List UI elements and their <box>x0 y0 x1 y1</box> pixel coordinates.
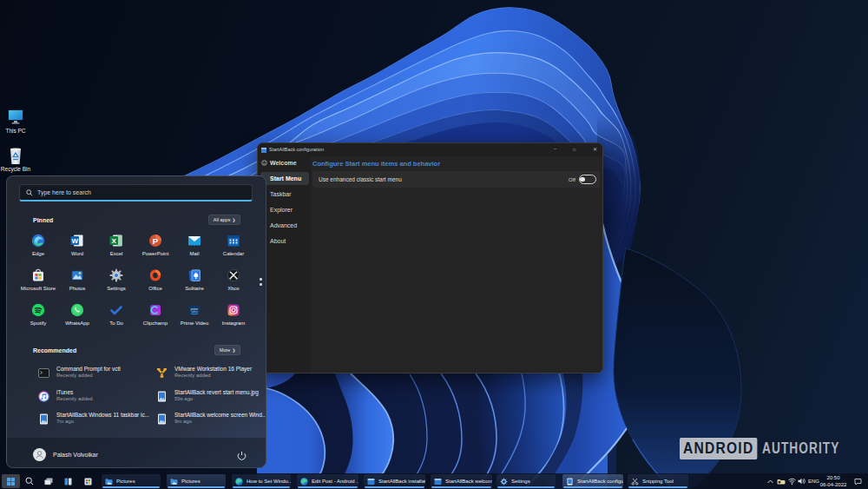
svg-text:W: W <box>71 237 78 245</box>
svg-text:X: X <box>112 237 117 245</box>
svg-text:P: P <box>153 236 159 246</box>
svg-text:video: video <box>191 310 198 314</box>
